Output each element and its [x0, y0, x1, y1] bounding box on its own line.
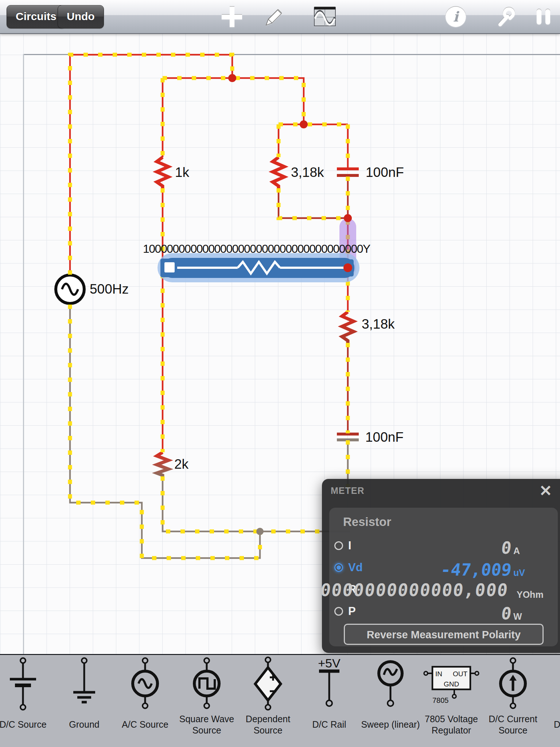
toolbar: Circuits Undo i	[0, 0, 560, 34]
palette-item-label: Square Wave Source	[172, 713, 241, 737]
dc-rail-icon: +5V	[300, 657, 358, 711]
meter-current-unit: A	[513, 546, 520, 556]
regulator-part-text: 7805	[432, 696, 449, 704]
palette-item-label: Dependent Source	[234, 713, 302, 737]
meter-row-power[interactable]: P 0 W	[329, 602, 558, 623]
meter-row-label: Vd	[348, 561, 363, 574]
meter-power-value: 0	[501, 604, 512, 623]
label-resistor-318k-top: 3,18k	[291, 165, 324, 180]
meter-current-value: 0	[501, 538, 512, 558]
regulator-gnd-text: GND	[444, 680, 459, 688]
meter-title: METER	[331, 485, 365, 496]
meter-row-voltage[interactable]: Vd -47,009 uV	[329, 558, 558, 579]
regulator-out-text: OUT	[453, 670, 468, 678]
dc-source-icon	[0, 657, 52, 711]
meter-voltage-value: -47,009	[441, 560, 512, 580]
document-left-edge	[23, 54, 24, 654]
circuit-simulator-app: { "toolbar": { "circuits_label": "Circui…	[0, 0, 560, 747]
palette-item-label: Ground	[50, 713, 118, 737]
meter-row-label: I	[348, 539, 351, 552]
meter-device-name: Resistor	[343, 515, 391, 529]
scope-icon[interactable]	[314, 0, 336, 33]
undo-button[interactable]: Undo	[58, 5, 104, 28]
palette-item-label: D/C Current Source	[479, 713, 547, 737]
meter-readings-card: Resistor I 0 A Vd -47,009 uV R 000000000…	[329, 508, 558, 646]
square-wave-source-icon	[178, 657, 236, 711]
meter-resistance-value: 0000000000000,000	[320, 580, 508, 600]
dc-current-source-icon	[484, 657, 542, 711]
palette-item-label: 7805 Voltage Regulator	[417, 713, 486, 737]
label-resistor-318k-bottom: 3,18k	[362, 317, 395, 332]
palette-item-label: D	[554, 713, 560, 737]
palette-item-label: A/C Source	[111, 713, 179, 737]
meter-row-resistance[interactable]: R 0000000000000,000 YOhm	[329, 580, 558, 601]
circuits-button[interactable]: Circuits	[7, 5, 66, 28]
palette-item-dc-current-source[interactable]: D/C Current Source	[482, 655, 544, 747]
pause-icon[interactable]	[537, 0, 550, 33]
meter-resistance-unit: YOhm	[517, 589, 544, 600]
palette-item-label: Sweep (linear)	[356, 713, 425, 737]
meter-row-label: P	[348, 605, 356, 618]
meter-panel: METER ✕ Resistor I 0 A Vd -47,009 uV R 0…	[322, 479, 560, 653]
rail-voltage-text: +5V	[318, 657, 341, 670]
palette-item-clipped[interactable]: D	[544, 655, 560, 747]
label-resistor-2k: 2k	[174, 457, 188, 472]
label-capacitor-100nf-bottom: 100nF	[365, 430, 404, 445]
regulator-in-text: IN	[435, 670, 442, 678]
ac-source-icon	[116, 657, 174, 711]
voltage-regulator-icon: IN OUT GND 7805	[422, 657, 481, 711]
palette-item-dc-source[interactable]: D/C Source	[0, 655, 54, 747]
meter-power-unit: W	[513, 611, 522, 622]
palette-item-7805-regulator[interactable]: IN OUT GND 7805 7805 Voltage Regulator	[421, 655, 482, 747]
palette-item-dc-rail[interactable]: +5V D/C Rail	[299, 655, 360, 747]
radio-voltage-selected[interactable]	[334, 563, 343, 572]
wrench-icon[interactable]	[495, 0, 518, 33]
label-big-resistor-value: 1000000000000000000000000000000000000Y	[143, 242, 370, 256]
palette-item-label: D/C Source	[0, 713, 57, 737]
sweep-linear-icon	[361, 657, 420, 711]
ground-icon	[55, 657, 113, 711]
add-component-icon[interactable]	[221, 0, 243, 33]
palette-item-ac-source[interactable]: A/C Source	[114, 655, 176, 747]
label-capacitor-100nf-top: 100nF	[366, 165, 404, 180]
label-source-frequency: 500Hz	[90, 282, 129, 297]
palette-item-sweep-linear[interactable]: Sweep (linear)	[360, 655, 421, 747]
radio-current[interactable]	[334, 541, 343, 550]
palette-item-ground[interactable]: Ground	[54, 655, 115, 747]
palette-item-label: D/C Rail	[295, 713, 363, 737]
meter-row-current[interactable]: I 0 A	[329, 536, 558, 557]
palette-item-square-wave-source[interactable]: Square Wave Source	[176, 655, 237, 747]
label-resistor-1k: 1k	[175, 165, 189, 180]
reverse-polarity-button[interactable]: Reverse Measurement Polarity	[344, 624, 544, 645]
close-icon[interactable]: ✕	[539, 482, 552, 500]
edit-pencil-icon[interactable]	[263, 0, 286, 33]
document-top-edge	[23, 54, 560, 55]
component-palette: D/C Source Ground A/C Source	[0, 654, 560, 747]
dependent-source-icon	[239, 657, 297, 711]
meter-voltage-unit: uV	[513, 568, 525, 578]
radio-power[interactable]	[334, 607, 343, 616]
palette-item-dependent-source[interactable]: Dependent Source	[237, 655, 299, 747]
info-icon[interactable]: i	[446, 0, 466, 33]
